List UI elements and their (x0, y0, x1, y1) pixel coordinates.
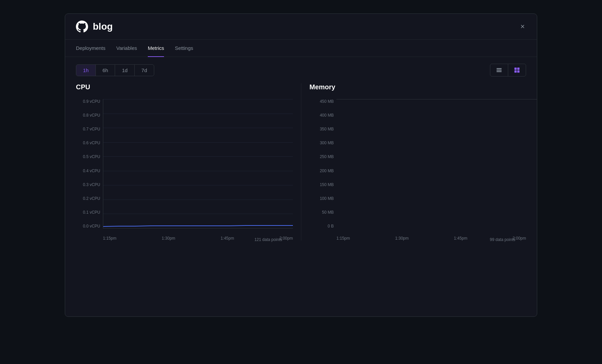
cpu-chart-area: 0.9 vCPU 0.8 vCPU 0.7 vCPU 0.6 vCPU 0.5 … (76, 99, 293, 241)
cpu-chart: CPU 0.9 vCPU 0.8 vCPU 0.7 vCPU 0.6 vCPU … (76, 83, 301, 241)
github-icon (76, 21, 88, 33)
memory-chart: Memory 450 MB 400 MB 350 MB 300 MB 250 M… (301, 83, 526, 241)
cpu-y-label-6: 0.3 vCPU (83, 182, 100, 187)
svg-rect-5 (515, 70, 517, 73)
cpu-chart-title: CPU (76, 83, 293, 91)
cpu-y-label-7: 0.2 vCPU (83, 196, 100, 201)
time-filter-6h[interactable]: 6h (96, 65, 115, 76)
cpu-y-label-3: 0.6 vCPU (83, 141, 100, 145)
mem-y-label-1: 400 MB (320, 113, 334, 118)
mem-y-label-2: 350 MB (320, 127, 334, 131)
tab-settings[interactable]: Settings (175, 40, 193, 57)
cpu-x-label-2: 1:45pm (221, 236, 234, 241)
mem-y-label-4: 250 MB (320, 154, 334, 159)
cpu-data-points: 121 data points (254, 237, 282, 242)
svg-rect-2 (497, 71, 502, 72)
cpu-y-label-8: 0.1 vCPU (83, 210, 100, 215)
grid-view-button[interactable] (508, 64, 526, 76)
grid-icon (514, 67, 520, 73)
time-filter-group: 1h 6h 1d 7d (76, 64, 154, 76)
cpu-y-label-4: 0.5 vCPU (83, 154, 100, 159)
mem-x-label-0: 1:15pm (336, 236, 350, 241)
tab-metrics[interactable]: Metrics (148, 40, 164, 57)
cpu-y-label-9: 0.0 vCPU (83, 224, 100, 229)
svg-rect-0 (497, 68, 502, 69)
tab-deployments[interactable]: Deployments (76, 40, 106, 57)
list-icon (496, 67, 502, 73)
tab-variables[interactable]: Variables (116, 40, 137, 57)
memory-y-axis: 450 MB 400 MB 350 MB 300 MB 250 MB 200 M… (309, 99, 336, 229)
time-filter-1d[interactable]: 1d (115, 65, 135, 76)
memory-chart-plot: Feb 7 1:20 pm 13 MB (336, 99, 537, 99)
cpu-y-label-2: 0.7 vCPU (83, 127, 100, 131)
cursor-dot (391, 99, 395, 99)
memory-data-points: 99 data points (490, 237, 515, 242)
cpu-chart-plot (103, 99, 293, 229)
memory-chart-title: Memory (309, 83, 526, 91)
cpu-x-label-0: 1:15pm (103, 236, 116, 241)
svg-rect-4 (517, 68, 520, 70)
tabs-bar: Deployments Variables Metrics Settings (65, 40, 537, 57)
svg-rect-3 (515, 68, 517, 70)
cpu-y-label-1: 0.8 vCPU (83, 113, 100, 118)
cpu-y-label-0: 0.9 vCPU (83, 99, 100, 104)
memory-chart-area: 450 MB 400 MB 350 MB 300 MB 250 MB 200 M… (309, 99, 526, 241)
view-toggle-group (490, 64, 526, 77)
mem-x-label-2: 1:45pm (454, 236, 467, 241)
mem-x-label-1: 1:30pm (395, 236, 409, 241)
svg-rect-6 (517, 70, 520, 73)
svg-rect-1 (497, 70, 502, 71)
mem-y-label-0: 450 MB (320, 99, 334, 104)
mem-y-label-9: 0 B (328, 224, 334, 229)
app-title: blog (93, 21, 113, 32)
close-button[interactable]: × (519, 22, 526, 32)
time-filter-7d[interactable]: 7d (135, 65, 154, 76)
memory-tooltip: Feb 7 1:20 pm 13 MB (397, 99, 430, 99)
mem-y-label-7: 100 MB (320, 196, 334, 201)
cpu-y-label-5: 0.4 vCPU (83, 169, 100, 173)
mem-y-label-8: 50 MB (322, 210, 334, 215)
mem-y-label-6: 150 MB (320, 182, 334, 187)
mem-y-label-3: 300 MB (320, 141, 334, 145)
charts-container: CPU 0.9 vCPU 0.8 vCPU 0.7 vCPU 0.6 vCPU … (65, 83, 537, 251)
cpu-y-axis: 0.9 vCPU 0.8 vCPU 0.7 vCPU 0.6 vCPU 0.5 … (76, 99, 103, 229)
toolbar: 1h 6h 1d 7d (65, 57, 537, 83)
list-view-button[interactable] (490, 64, 508, 76)
mem-y-label-5: 200 MB (320, 169, 334, 173)
cpu-x-label-1: 1:30pm (162, 236, 175, 241)
time-filter-1h[interactable]: 1h (76, 65, 96, 76)
cpu-chart-svg (103, 99, 293, 228)
